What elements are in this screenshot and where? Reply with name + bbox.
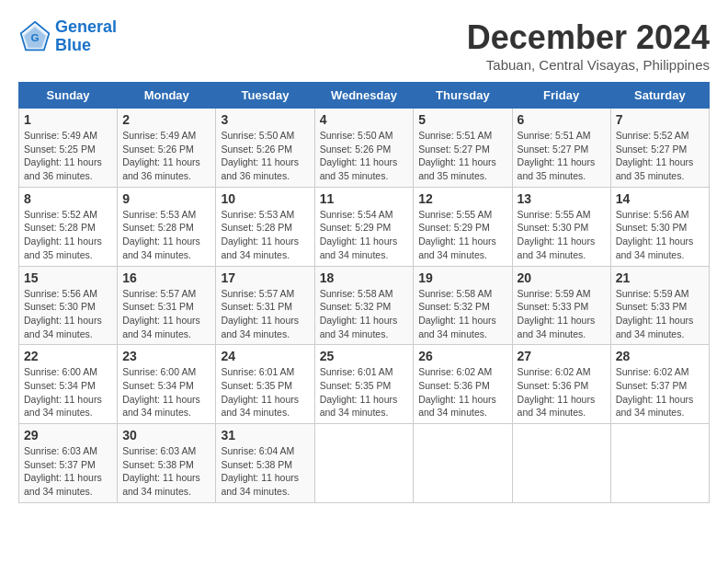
day-info: Sunrise: 6:00 AM Sunset: 5:34 PM Dayligh…: [24, 365, 112, 419]
day-info: Sunrise: 6:03 AM Sunset: 5:38 PM Dayligh…: [122, 444, 210, 499]
calendar-cell: 25 Sunrise: 6:01 AM Sunset: 5:35 PM Dayl…: [314, 345, 414, 424]
calendar-week-row: 15 Sunrise: 5:56 AM Sunset: 5:30 PM Dayl…: [19, 266, 710, 345]
month-title: December 2024: [467, 18, 710, 57]
location-subtitle: Tabuan, Central Visayas, Philippines: [467, 57, 710, 73]
day-number: 9: [122, 191, 210, 206]
calendar-cell: [512, 424, 610, 503]
header-thursday: Thursday: [414, 83, 512, 109]
day-number: 8: [24, 191, 112, 206]
day-number: 15: [24, 270, 112, 285]
day-info: Sunrise: 5:58 AM Sunset: 5:32 PM Dayligh…: [418, 287, 506, 341]
day-info: Sunrise: 5:56 AM Sunset: 5:30 PM Dayligh…: [616, 208, 704, 262]
day-number: 7: [616, 112, 704, 127]
day-info: Sunrise: 5:56 AM Sunset: 5:30 PM Dayligh…: [24, 287, 112, 341]
day-number: 30: [122, 428, 210, 442]
day-info: Sunrise: 5:55 AM Sunset: 5:30 PM Dayligh…: [518, 208, 606, 262]
day-info: Sunrise: 5:57 AM Sunset: 5:31 PM Dayligh…: [221, 287, 309, 341]
header-wednesday: Wednesday: [314, 83, 414, 109]
day-number: 1: [24, 112, 112, 127]
calendar-cell: 1 Sunrise: 5:49 AM Sunset: 5:25 PM Dayli…: [19, 109, 118, 188]
day-number: 25: [320, 349, 409, 363]
header-friday: Friday: [512, 83, 610, 109]
day-number: 31: [221, 428, 309, 442]
day-number: 3: [221, 112, 309, 127]
day-info: Sunrise: 6:04 AM Sunset: 5:38 PM Dayligh…: [221, 444, 309, 499]
calendar-cell: 20 Sunrise: 5:59 AM Sunset: 5:33 PM Dayl…: [512, 266, 610, 345]
day-info: Sunrise: 5:54 AM Sunset: 5:29 PM Dayligh…: [320, 208, 409, 262]
day-number: 11: [320, 191, 409, 206]
calendar-cell: 12 Sunrise: 5:55 AM Sunset: 5:29 PM Dayl…: [414, 187, 512, 266]
calendar-cell: 13 Sunrise: 5:55 AM Sunset: 5:30 PM Dayl…: [512, 187, 610, 266]
calendar-cell: 24 Sunrise: 6:01 AM Sunset: 5:35 PM Dayl…: [216, 345, 314, 424]
day-number: 28: [616, 349, 704, 363]
day-info: Sunrise: 5:55 AM Sunset: 5:29 PM Dayligh…: [418, 208, 506, 262]
day-info: Sunrise: 6:01 AM Sunset: 5:35 PM Dayligh…: [320, 365, 409, 419]
header-sunday: Sunday: [19, 83, 118, 109]
day-info: Sunrise: 5:50 AM Sunset: 5:26 PM Dayligh…: [221, 129, 309, 183]
day-number: 2: [122, 112, 210, 127]
calendar-cell: 6 Sunrise: 5:51 AM Sunset: 5:27 PM Dayli…: [512, 109, 610, 188]
calendar-week-row: 1 Sunrise: 5:49 AM Sunset: 5:25 PM Dayli…: [19, 109, 710, 188]
day-info: Sunrise: 5:51 AM Sunset: 5:27 PM Dayligh…: [418, 129, 506, 183]
logo: G General Blue: [18, 18, 117, 55]
calendar-cell: 16 Sunrise: 5:57 AM Sunset: 5:31 PM Dayl…: [118, 266, 216, 345]
calendar-cell: 10 Sunrise: 5:53 AM Sunset: 5:28 PM Dayl…: [216, 187, 314, 266]
day-info: Sunrise: 5:53 AM Sunset: 5:28 PM Dayligh…: [122, 208, 210, 262]
calendar-cell: 15 Sunrise: 5:56 AM Sunset: 5:30 PM Dayl…: [19, 266, 118, 345]
day-number: 23: [122, 349, 210, 363]
day-number: 17: [221, 270, 309, 285]
header-tuesday: Tuesday: [216, 83, 314, 109]
calendar-cell: 9 Sunrise: 5:53 AM Sunset: 5:28 PM Dayli…: [118, 187, 216, 266]
calendar-week-row: 8 Sunrise: 5:52 AM Sunset: 5:28 PM Dayli…: [19, 187, 710, 266]
calendar-cell: 28 Sunrise: 6:02 AM Sunset: 5:37 PM Dayl…: [610, 345, 709, 424]
calendar-cell: 27 Sunrise: 6:02 AM Sunset: 5:36 PM Dayl…: [512, 345, 610, 424]
day-number: 12: [418, 191, 506, 206]
day-number: 10: [221, 191, 309, 206]
day-number: 6: [518, 112, 606, 127]
weekday-header-row: Sunday Monday Tuesday Wednesday Thursday…: [19, 83, 710, 109]
day-number: 20: [518, 270, 606, 285]
day-info: Sunrise: 6:01 AM Sunset: 5:35 PM Dayligh…: [221, 365, 309, 419]
day-number: 27: [518, 349, 606, 363]
day-info: Sunrise: 6:02 AM Sunset: 5:36 PM Dayligh…: [418, 365, 506, 419]
title-block: December 2024 Tabuan, Central Visayas, P…: [467, 18, 710, 73]
calendar-cell: 4 Sunrise: 5:50 AM Sunset: 5:26 PM Dayli…: [314, 109, 414, 188]
day-number: 24: [221, 349, 309, 363]
calendar-cell: 7 Sunrise: 5:52 AM Sunset: 5:27 PM Dayli…: [610, 109, 709, 188]
day-number: 13: [518, 191, 606, 206]
day-info: Sunrise: 5:59 AM Sunset: 5:33 PM Dayligh…: [518, 287, 606, 341]
page-header: G General Blue December 2024 Tabuan, Cen…: [18, 18, 710, 73]
calendar-cell: 8 Sunrise: 5:52 AM Sunset: 5:28 PM Dayli…: [19, 187, 118, 266]
day-number: 5: [418, 112, 506, 127]
calendar-week-row: 29 Sunrise: 6:03 AM Sunset: 5:37 PM Dayl…: [19, 424, 710, 503]
calendar-cell: 26 Sunrise: 6:02 AM Sunset: 5:36 PM Dayl…: [414, 345, 512, 424]
calendar-cell: [414, 424, 512, 503]
day-info: Sunrise: 5:52 AM Sunset: 5:28 PM Dayligh…: [24, 208, 112, 262]
day-info: Sunrise: 6:03 AM Sunset: 5:37 PM Dayligh…: [24, 444, 112, 499]
calendar-cell: 31 Sunrise: 6:04 AM Sunset: 5:38 PM Dayl…: [216, 424, 314, 503]
calendar-cell: [610, 424, 709, 503]
day-info: Sunrise: 5:50 AM Sunset: 5:26 PM Dayligh…: [320, 129, 409, 183]
calendar-table: Sunday Monday Tuesday Wednesday Thursday…: [18, 82, 710, 503]
header-saturday: Saturday: [610, 83, 709, 109]
day-number: 21: [616, 270, 704, 285]
logo-icon: G: [18, 20, 51, 53]
logo-line2: Blue: [55, 36, 91, 54]
day-number: 19: [418, 270, 506, 285]
day-info: Sunrise: 5:53 AM Sunset: 5:28 PM Dayligh…: [221, 208, 309, 262]
calendar-cell: 14 Sunrise: 5:56 AM Sunset: 5:30 PM Dayl…: [610, 187, 709, 266]
calendar-cell: 19 Sunrise: 5:58 AM Sunset: 5:32 PM Dayl…: [414, 266, 512, 345]
day-number: 22: [24, 349, 112, 363]
day-info: Sunrise: 6:00 AM Sunset: 5:34 PM Dayligh…: [122, 365, 210, 419]
day-info: Sunrise: 5:57 AM Sunset: 5:31 PM Dayligh…: [122, 287, 210, 341]
day-number: 14: [616, 191, 704, 206]
day-info: Sunrise: 6:02 AM Sunset: 5:37 PM Dayligh…: [616, 365, 704, 419]
day-info: Sunrise: 5:49 AM Sunset: 5:25 PM Dayligh…: [24, 129, 112, 183]
calendar-cell: 18 Sunrise: 5:58 AM Sunset: 5:32 PM Dayl…: [314, 266, 414, 345]
calendar-cell: [314, 424, 414, 503]
day-info: Sunrise: 6:02 AM Sunset: 5:36 PM Dayligh…: [518, 365, 606, 419]
calendar-cell: 17 Sunrise: 5:57 AM Sunset: 5:31 PM Dayl…: [216, 266, 314, 345]
header-monday: Monday: [118, 83, 216, 109]
calendar-cell: 30 Sunrise: 6:03 AM Sunset: 5:38 PM Dayl…: [118, 424, 216, 503]
calendar-week-row: 22 Sunrise: 6:00 AM Sunset: 5:34 PM Dayl…: [19, 345, 710, 424]
